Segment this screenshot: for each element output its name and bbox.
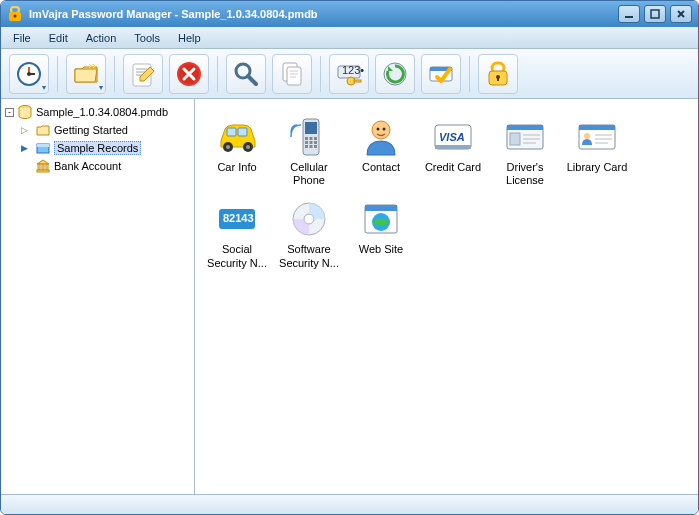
item-cellular-phone[interactable]: Cellular Phone (273, 113, 345, 189)
svg-text:82143: 82143 (223, 212, 254, 224)
item-label: Car Info (217, 161, 256, 174)
svg-rect-41 (42, 164, 44, 170)
toolbar-separator (57, 56, 58, 92)
content-area: - Sample_1.0.34.0804.pmdb ▷ Getting Star… (1, 99, 698, 494)
svg-rect-52 (305, 137, 308, 140)
svg-point-75 (584, 133, 590, 139)
app-window: ImVajra Password Manager - Sample_1.0.34… (0, 0, 699, 515)
svg-rect-36 (497, 77, 499, 81)
tree-label: Sample_1.0.34.0804.pmdb (36, 106, 168, 118)
window-controls (618, 5, 692, 23)
disc-icon (285, 197, 333, 241)
tree-label: Sample Records (54, 141, 141, 155)
item-web-site[interactable]: Web Site (345, 195, 417, 271)
contact-icon (357, 115, 405, 159)
tree-item-getting-started[interactable]: ▷ Getting Started (3, 121, 192, 139)
phone-icon (285, 115, 333, 159)
svg-rect-51 (305, 122, 317, 134)
item-label: Credit Card (425, 161, 481, 174)
statusbar (1, 494, 698, 514)
item-car-info[interactable]: Car Info (201, 113, 273, 189)
item-label: Library Card (567, 161, 628, 174)
titlebar: ImVajra Password Manager - Sample_1.0.34… (1, 1, 698, 27)
svg-point-61 (372, 121, 390, 139)
library-card-icon (573, 115, 621, 159)
expander-icon[interactable]: ▷ (21, 125, 32, 135)
svg-text:123•: 123• (342, 64, 364, 76)
item-label: Driver's License (491, 161, 559, 187)
expander-icon[interactable]: - (5, 108, 14, 117)
menubar: File Edit Action Tools Help (1, 27, 698, 49)
app-icon (7, 6, 23, 22)
toolbar-clock-button[interactable] (9, 54, 49, 94)
item-label: Contact (362, 161, 400, 174)
item-software-security[interactable]: Software Security N... (273, 195, 345, 271)
toolbar-password-button[interactable]: 123• (329, 54, 369, 94)
svg-rect-55 (305, 141, 308, 144)
svg-rect-39 (37, 144, 49, 147)
toolbar-copy-button[interactable] (272, 54, 312, 94)
svg-line-20 (248, 76, 256, 84)
toolbar-folder-button[interactable] (66, 54, 106, 94)
svg-rect-69 (510, 133, 520, 145)
svg-rect-84 (365, 205, 397, 211)
toolbar-validate-button[interactable] (421, 54, 461, 94)
svg-rect-58 (305, 145, 308, 148)
item-label: Social Security N... (203, 243, 271, 269)
toolbar-delete-button[interactable] (169, 54, 209, 94)
close-button[interactable] (670, 5, 692, 23)
svg-rect-42 (46, 164, 48, 170)
ssn-icon: 82143 (213, 197, 261, 241)
menu-help[interactable]: Help (170, 29, 209, 47)
tree-root[interactable]: - Sample_1.0.34.0804.pmdb (3, 103, 192, 121)
minimize-button[interactable] (618, 5, 640, 23)
item-social-security[interactable]: 82143 Social Security N... (201, 195, 273, 271)
svg-rect-3 (625, 16, 633, 18)
svg-rect-68 (507, 125, 543, 130)
item-label: Web Site (359, 243, 403, 256)
svg-rect-40 (38, 164, 40, 170)
tree-item-bank-account[interactable]: Bank Account (3, 157, 192, 175)
toolbar: 123• (1, 49, 698, 99)
toolbar-separator (320, 56, 321, 92)
svg-rect-43 (37, 170, 49, 172)
tree-label: Getting Started (54, 124, 128, 136)
car-icon (213, 115, 261, 159)
menu-tools[interactable]: Tools (126, 29, 168, 47)
bank-icon (35, 158, 51, 174)
svg-point-49 (246, 145, 250, 149)
svg-rect-4 (651, 10, 659, 18)
svg-rect-44 (227, 128, 236, 136)
svg-rect-56 (310, 141, 313, 144)
svg-rect-54 (314, 137, 317, 140)
tree-view[interactable]: - Sample_1.0.34.0804.pmdb ▷ Getting Star… (1, 99, 195, 494)
svg-rect-22 (287, 67, 301, 85)
item-label: Cellular Phone (275, 161, 343, 187)
menu-file[interactable]: File (5, 29, 39, 47)
item-credit-card[interactable]: VISA Credit Card (417, 113, 489, 189)
maximize-button[interactable] (644, 5, 666, 23)
svg-rect-29 (354, 80, 361, 82)
list-view[interactable]: Car Info Cellular Phone Contact VISA Cre… (195, 99, 698, 494)
svg-point-82 (304, 214, 314, 224)
svg-text:VISA: VISA (439, 131, 465, 143)
web-icon (357, 197, 405, 241)
item-library-card[interactable]: Library Card (561, 113, 633, 189)
svg-rect-66 (435, 145, 471, 149)
menu-edit[interactable]: Edit (41, 29, 76, 47)
folder-open-icon (35, 140, 51, 156)
svg-rect-57 (314, 141, 317, 144)
svg-point-10 (27, 72, 31, 76)
toolbar-search-button[interactable] (226, 54, 266, 94)
menu-action[interactable]: Action (78, 29, 125, 47)
toolbar-edit-button[interactable] (123, 54, 163, 94)
license-icon (501, 115, 549, 159)
item-drivers-license[interactable]: Driver's License (489, 113, 561, 189)
svg-point-62 (377, 128, 380, 131)
item-grid: Car Info Cellular Phone Contact VISA Cre… (201, 113, 692, 272)
toolbar-lock-button[interactable] (478, 54, 518, 94)
tree-item-sample-records[interactable]: ▶ Sample Records (3, 139, 192, 157)
item-contact[interactable]: Contact (345, 113, 417, 189)
expander-icon[interactable]: ▶ (21, 143, 32, 153)
toolbar-refresh-button[interactable] (375, 54, 415, 94)
